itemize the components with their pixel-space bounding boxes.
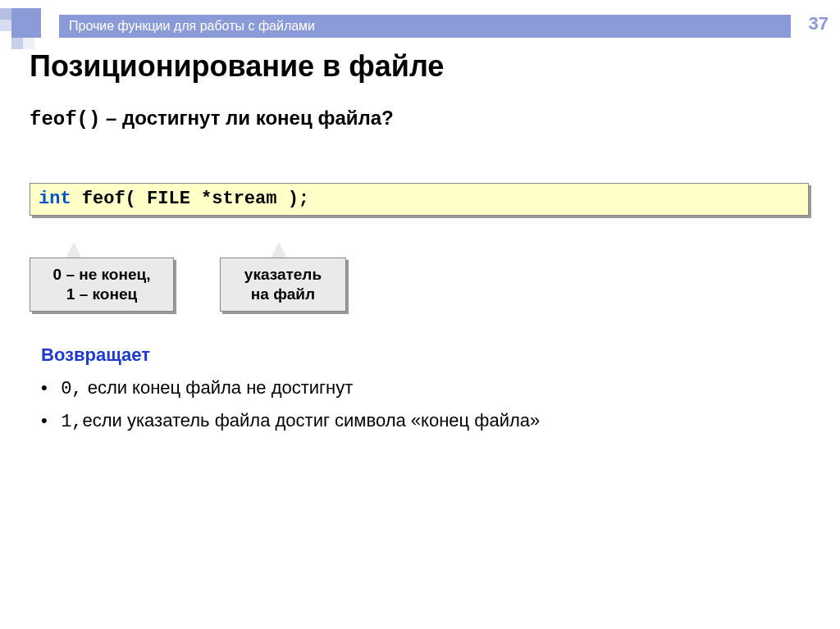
section-title: Прочие функции для работы с файлами xyxy=(59,15,791,38)
callout-return-value: 0 – не конец, 1 – конец xyxy=(30,258,174,312)
bullet-dot-icon: • xyxy=(41,410,56,431)
callout-pointer-icon xyxy=(66,242,82,258)
sub-heading: feof() – достигнут ли конец файла? xyxy=(30,107,394,130)
bullet-dot-icon: • xyxy=(41,377,56,399)
topbar: Прочие функции для работы с файлами 37 xyxy=(0,8,840,36)
callout-line: на файл xyxy=(234,285,332,304)
function-signature-box: int feof( FILE *stream ); xyxy=(30,183,809,216)
bullet-item: • 0, если конец файла не достигнут xyxy=(41,377,353,399)
slide: Прочие функции для работы с файлами 37 П… xyxy=(0,0,840,629)
bullet-code: 0, xyxy=(61,379,82,399)
keyword-int: int xyxy=(39,189,71,209)
returns-label: Возвращает xyxy=(41,344,150,366)
sub-heading-text: – достигнут ли конец файла? xyxy=(100,107,393,129)
bullet-item: • 1,если указатель файла достиг символа … xyxy=(41,410,540,432)
bullet-text: если указатель файла достиг символа «кон… xyxy=(83,410,541,431)
signature-rest: feof( FILE *stream ); xyxy=(71,189,309,209)
page-number: 37 xyxy=(809,13,829,34)
page-title: Позиционирование в файле xyxy=(30,49,444,84)
callout-line: указатель xyxy=(234,265,332,285)
callout-stream-param: указатель на файл xyxy=(220,258,346,312)
bullet-code: 1, xyxy=(61,412,82,432)
callout-line: 0 – не конец, xyxy=(43,265,160,285)
feof-code-token: feof() xyxy=(30,108,100,130)
callout-pointer-icon xyxy=(271,242,287,258)
logo-squares-icon xyxy=(0,8,52,48)
callout-line: 1 – конец xyxy=(43,285,160,304)
bullet-text: если конец файла не достигнут xyxy=(83,377,354,398)
